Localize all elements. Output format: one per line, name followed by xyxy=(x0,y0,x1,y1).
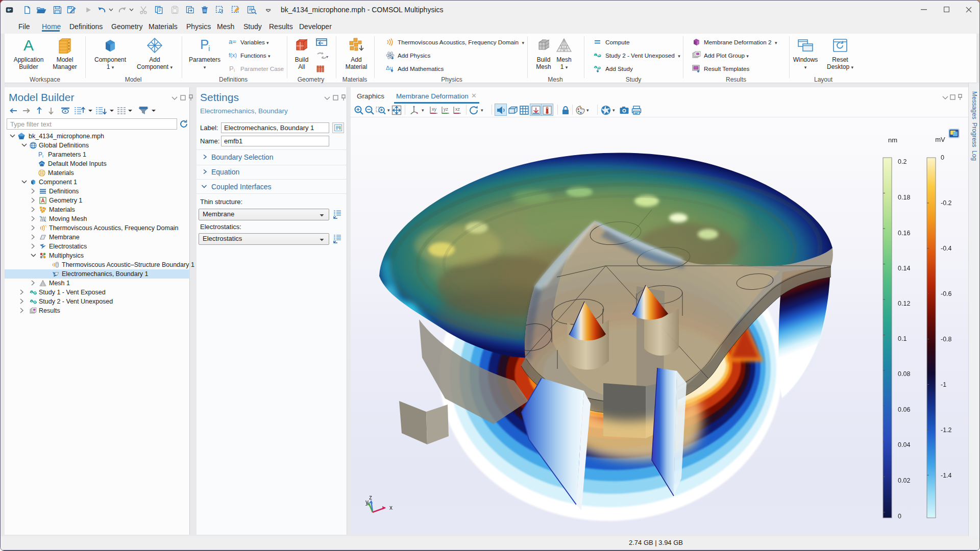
svg-text:mV: mV xyxy=(935,136,945,143)
svg-text:yz: yz xyxy=(444,107,449,112)
svg-text:-1.2: -1.2 xyxy=(941,427,952,434)
svg-text:i: i xyxy=(42,154,43,158)
svg-text:▾: ▾ xyxy=(326,55,328,59)
svg-text:f(x): f(x) xyxy=(229,52,237,58)
svg-text:nm: nm xyxy=(888,136,897,144)
svg-text:0.2: 0.2 xyxy=(898,158,906,165)
svg-text:xy: xy xyxy=(432,107,437,112)
svg-text:0.02: 0.02 xyxy=(898,477,910,484)
svg-text:P: P xyxy=(229,65,234,72)
svg-text:0.14: 0.14 xyxy=(898,265,910,272)
svg-text:0: 0 xyxy=(941,154,944,161)
svg-text:x: x xyxy=(389,504,393,511)
svg-text:y: y xyxy=(365,498,369,506)
svg-text:0.18: 0.18 xyxy=(898,194,910,201)
svg-text:z: z xyxy=(369,494,372,501)
svg-text:P: P xyxy=(38,151,42,158)
svg-text:a=: a= xyxy=(229,38,236,45)
svg-text:i: i xyxy=(208,44,210,53)
svg-text:0.06: 0.06 xyxy=(898,406,910,413)
svg-text:0.1: 0.1 xyxy=(898,335,906,342)
svg-text:0: 0 xyxy=(898,513,901,520)
svg-text:0.04: 0.04 xyxy=(898,441,910,448)
svg-text:-0.2: -0.2 xyxy=(941,199,952,207)
svg-text:-0.6: -0.6 xyxy=(941,290,952,297)
svg-text:A: A xyxy=(23,37,34,54)
svg-text:i: i xyxy=(234,68,235,73)
svg-text:0.16: 0.16 xyxy=(898,230,910,237)
svg-text:0.12: 0.12 xyxy=(898,300,910,307)
svg-text:-0.4: -0.4 xyxy=(941,245,952,252)
svg-text:-1.4: -1.4 xyxy=(941,472,952,479)
svg-text:-1: -1 xyxy=(941,381,946,388)
svg-text:0.08: 0.08 xyxy=(898,370,910,378)
svg-text:P: P xyxy=(200,37,209,52)
svg-text:-0.8: -0.8 xyxy=(941,336,952,343)
svg-text:xz: xz xyxy=(455,107,460,112)
